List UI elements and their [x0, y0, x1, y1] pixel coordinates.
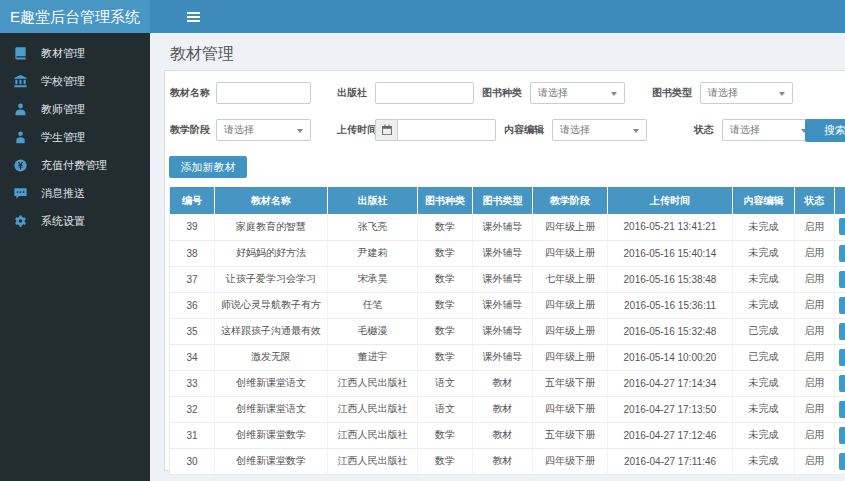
table-cell: 启用	[795, 396, 835, 422]
column-header-5: 教学阶段	[533, 187, 608, 214]
filter-field-editor: 内容编辑请选择	[504, 119, 647, 141]
sidebar-item-payment[interactable]: 充值付费管理	[0, 151, 150, 179]
table-cell-actions	[835, 318, 845, 344]
table-cell: 已完成	[733, 318, 795, 344]
status-select-value: 请选择	[730, 123, 760, 137]
gear-icon	[13, 214, 28, 229]
row-action-button[interactable]	[839, 401, 845, 418]
row-action-button[interactable]	[839, 427, 845, 444]
filter-field-book-type: 图书类型请选择	[652, 82, 793, 104]
top-navbar: E趣堂后台管理系统	[0, 0, 845, 33]
page-title: 教材管理	[170, 44, 845, 65]
sidebar-item-student[interactable]: 学生管理	[0, 123, 150, 151]
table-cell: 董进宇	[328, 344, 418, 370]
table-cell: 33	[170, 370, 215, 396]
sidebar-item-label: 消息推送	[41, 186, 85, 201]
calendar-icon[interactable]	[375, 119, 397, 141]
table-cell: 数学	[418, 318, 473, 344]
column-header-8: 状态	[795, 187, 835, 214]
row-action-button[interactable]	[839, 453, 845, 470]
table-cell: 启用	[795, 214, 835, 240]
table-cell: 31	[170, 422, 215, 448]
table-cell-actions	[835, 214, 845, 240]
search-button[interactable]: 搜索	[805, 119, 845, 142]
teacher-icon	[13, 102, 28, 117]
column-header-3: 图书种类	[418, 187, 473, 214]
table-cell: 数学	[418, 214, 473, 240]
table-cell: 创维新课堂语文	[215, 370, 328, 396]
book-kind-select-value: 请选择	[538, 86, 568, 100]
row-action-button[interactable]	[839, 323, 845, 340]
table-cell: 数学	[418, 422, 473, 448]
filter-form: 教材名称出版社图书种类请选择图书类型请选择教学阶段请选择上传时间内容编辑请选择状…	[165, 71, 845, 141]
upload-time-input[interactable]	[397, 119, 496, 141]
table-cell: 课外辅导	[473, 292, 533, 318]
table-cell: 2016-04-27 17:12:46	[608, 422, 733, 448]
column-header-7: 内容编辑	[733, 187, 795, 214]
table-cell: 四年级上册	[533, 344, 608, 370]
status-select[interactable]: 请选择	[722, 119, 815, 141]
table-cell: 这样跟孩子沟通最有效	[215, 318, 328, 344]
sidebar-item-settings[interactable]: 系统设置	[0, 207, 150, 235]
table-cell: 2016-04-27 17:14:34	[608, 370, 733, 396]
stage-select[interactable]: 请选择	[216, 119, 311, 141]
table-cell: 37	[170, 266, 215, 292]
sidebar-item-label: 教师管理	[41, 102, 85, 117]
sidebar-item-school[interactable]: 学校管理	[0, 67, 150, 95]
filter-row: 教学阶段请选择上传时间内容编辑请选择状态请选择	[170, 119, 845, 141]
filter-label-publisher: 出版社	[337, 86, 367, 100]
textbook-table: 编号教材名称出版社图书种类图书类型教学阶段上传时间内容编辑状态 39家庭教育的智…	[169, 187, 845, 475]
comment-icon	[13, 186, 28, 201]
stage-select-value: 请选择	[224, 123, 254, 137]
column-header-0: 编号	[170, 187, 215, 214]
sidebar-item-textbook[interactable]: 教材管理	[0, 39, 150, 67]
column-header-4: 图书类型	[473, 187, 533, 214]
row-action-button[interactable]	[839, 375, 845, 392]
table-cell-actions	[835, 396, 845, 422]
table-cell: 未完成	[733, 448, 795, 474]
add-textbook-button[interactable]: 添加新教材	[169, 156, 247, 178]
table-cell: 课外辅导	[473, 214, 533, 240]
table-row: 31创维新课堂数学江西人民出版社数学教材五年级下册2016-04-27 17:1…	[170, 422, 845, 448]
table-cell: 未完成	[733, 422, 795, 448]
table-cell: 启用	[795, 318, 835, 344]
table-cell: 教材	[473, 370, 533, 396]
table-cell: 未完成	[733, 396, 795, 422]
table-cell-actions	[835, 292, 845, 318]
row-action-button[interactable]	[839, 271, 845, 288]
sidebar-toggle-icon[interactable]	[178, 0, 208, 33]
chevron-down-icon	[611, 92, 617, 96]
row-action-button[interactable]	[839, 218, 845, 235]
sidebar-item-message[interactable]: 消息推送	[0, 179, 150, 207]
table-cell: 2016-05-16 15:32:48	[608, 318, 733, 344]
editor-select[interactable]: 请选择	[552, 119, 647, 141]
table-cell-actions	[835, 370, 845, 396]
table-cell: 江西人民出版社	[328, 422, 418, 448]
table-cell: 数学	[418, 292, 473, 318]
table-row: 35这样跟孩子沟通最有效毛樾漫数学课外辅导四年级上册2016-05-16 15:…	[170, 318, 845, 344]
table-cell: 未完成	[733, 214, 795, 240]
filter-row: 教材名称出版社图书种类请选择图书类型请选择	[170, 82, 845, 104]
sidebar-item-teacher[interactable]: 教师管理	[0, 95, 150, 123]
table-cell: 32	[170, 396, 215, 422]
table-cell: 已完成	[733, 344, 795, 370]
app-logo[interactable]: E趣堂后台管理系统	[0, 0, 150, 33]
table-cell: 课外辅导	[473, 266, 533, 292]
table-cell: 好妈妈的好方法	[215, 240, 328, 266]
table-cell: 数学	[418, 448, 473, 474]
table-cell: 启用	[795, 422, 835, 448]
row-action-button[interactable]	[839, 349, 845, 366]
book-type-select[interactable]: 请选择	[700, 82, 793, 104]
filter-field-publisher: 出版社	[337, 82, 474, 104]
table-cell: 启用	[795, 370, 835, 396]
table-cell-actions	[835, 448, 845, 474]
table-cell: 张飞亮	[328, 214, 418, 240]
table-cell: 语文	[418, 370, 473, 396]
table-cell: 创维新课堂数学	[215, 448, 328, 474]
book-kind-select[interactable]: 请选择	[530, 82, 625, 104]
row-action-button[interactable]	[839, 297, 845, 314]
publisher-input[interactable]	[375, 82, 474, 104]
name-input[interactable]	[216, 82, 311, 104]
row-action-button[interactable]	[839, 245, 845, 262]
table-cell: 38	[170, 240, 215, 266]
